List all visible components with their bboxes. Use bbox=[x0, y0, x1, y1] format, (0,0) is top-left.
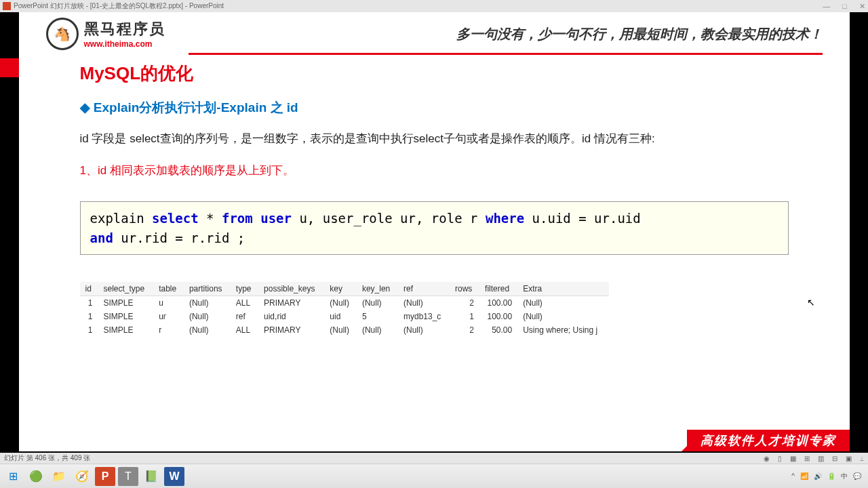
tray-chevron-icon[interactable]: ^ bbox=[791, 472, 795, 480]
slide-header: 🐴 黑马程序员 www.itheima.com 多一句没有，少一句不行，用最短时… bbox=[19, 12, 850, 50]
slide-show-area[interactable]: 🐴 黑马程序员 www.itheima.com 多一句没有，少一句不行，用最短时… bbox=[0, 12, 868, 453]
table-cell: ALL bbox=[231, 323, 258, 337]
table-cell: (Null) bbox=[184, 296, 231, 310]
code-block: explain select * from user u, user_role … bbox=[80, 201, 789, 255]
file-explorer-icon[interactable]: 📁 bbox=[49, 467, 69, 486]
start-button[interactable]: ⊞ bbox=[3, 467, 23, 486]
view-icon[interactable]: ▦ bbox=[790, 455, 796, 462]
slide-content: 🐴 黑马程序员 www.itheima.com 多一句没有，少一句不行，用最短时… bbox=[19, 12, 850, 451]
maximize-button[interactable]: □ bbox=[842, 2, 847, 11]
table-cell: mydb13_c bbox=[398, 310, 450, 323]
view-icon[interactable]: ▥ bbox=[818, 455, 824, 462]
table-header: partitions bbox=[184, 282, 231, 296]
table-cell: uid,rid bbox=[258, 310, 324, 323]
table-row: 1SIMPLEur(Null)refuid,riduid5mydb13_c110… bbox=[80, 310, 609, 323]
table-cell: 2 bbox=[450, 323, 479, 337]
table-header: key bbox=[324, 282, 357, 296]
window-title-bar: PowerPoint 幻灯片放映 - [01-史上最全的SQL教程2.pptx]… bbox=[0, 0, 868, 12]
view-icon[interactable]: ⊞ bbox=[804, 455, 810, 462]
red-note: 1、id 相同表示加载表的顺序是从上到下。 bbox=[80, 161, 789, 182]
table-cell: (Null) bbox=[357, 323, 398, 337]
sub-title: Explain分析执行计划-Explain 之 id bbox=[80, 99, 789, 117]
table-cell: u bbox=[153, 296, 184, 310]
table-cell: 1 bbox=[80, 296, 98, 310]
tray-notification-icon[interactable]: 💬 bbox=[853, 472, 861, 480]
view-icon[interactable]: ▣ bbox=[846, 455, 852, 462]
table-cell: 50.00 bbox=[479, 323, 517, 337]
table-cell: 100.00 bbox=[479, 310, 517, 323]
minimize-button[interactable]: — bbox=[823, 2, 830, 11]
description: id 字段是 select查询的序列号，是一组数字，表示的是查询中执行selec… bbox=[80, 129, 789, 150]
table-cell: uid bbox=[324, 310, 357, 323]
table-cell: (Null) bbox=[324, 323, 357, 337]
table-cell: ref bbox=[231, 310, 258, 323]
logo-url: www.itheima.com bbox=[84, 39, 165, 49]
table-cell: ur bbox=[153, 310, 184, 323]
windows-taskbar[interactable]: ⊞ 🟢 📁 🧭 P T 📗 W ^ 📶 🔊 🔋 中 💬 bbox=[0, 464, 868, 488]
table-cell: (Null) bbox=[517, 310, 608, 323]
table-header: filtered bbox=[479, 282, 517, 296]
table-cell: ALL bbox=[231, 296, 258, 310]
table-cell: r bbox=[153, 323, 184, 337]
main-title: MySQL的优化 bbox=[80, 62, 789, 85]
table-cell: (Null) bbox=[184, 310, 231, 323]
table-cell: (Null) bbox=[398, 323, 450, 337]
tray-wifi-icon[interactable]: 📶 bbox=[800, 472, 808, 480]
table-cell: PRIMARY bbox=[258, 323, 324, 337]
table-cell: Using where; Using j bbox=[517, 323, 608, 337]
word-icon[interactable]: W bbox=[164, 467, 184, 486]
logo-icon: 🐴 bbox=[46, 18, 79, 50]
logo-text-cn: 黑马程序员 bbox=[84, 19, 165, 39]
footer-banner: 高级软件人才培训专家 bbox=[687, 430, 850, 451]
close-button[interactable]: ✕ bbox=[859, 2, 865, 11]
status-bar: 幻灯片 第 406 张，共 409 张 ◉ ▯ ▦ ⊞ ▥ ⊟ ▣ ⟂ bbox=[0, 453, 868, 464]
table-cell: 1 bbox=[80, 310, 98, 323]
slide-counter: 幻灯片 第 406 张，共 409 张 bbox=[4, 453, 90, 463]
powerpoint-taskbar-icon[interactable]: P bbox=[95, 467, 115, 486]
table-header: table bbox=[153, 282, 184, 296]
red-side-tab bbox=[0, 58, 19, 77]
table-row: 1SIMPLEr(Null)ALLPRIMARY(Null)(Null)(Nul… bbox=[80, 323, 609, 337]
view-icon[interactable]: ⟂ bbox=[860, 455, 864, 462]
table-cell: SIMPLE bbox=[98, 310, 153, 323]
system-tray[interactable]: ^ 📶 🔊 🔋 中 💬 bbox=[791, 472, 865, 481]
slide-body: MySQL的优化 Explain分析执行计划-Explain 之 id id 字… bbox=[19, 55, 850, 337]
table-header: ref bbox=[398, 282, 450, 296]
table-header: key_len bbox=[357, 282, 398, 296]
table-cell: (Null) bbox=[184, 323, 231, 337]
table-cell: 2 bbox=[450, 296, 479, 310]
table-cell: PRIMARY bbox=[258, 296, 324, 310]
table-cell: (Null) bbox=[324, 296, 357, 310]
tray-battery-icon[interactable]: 🔋 bbox=[827, 472, 835, 480]
table-cell: 100.00 bbox=[479, 296, 517, 310]
powerpoint-icon bbox=[3, 2, 11, 10]
table-cell: (Null) bbox=[398, 296, 450, 310]
table-cell: (Null) bbox=[517, 296, 608, 310]
view-icon[interactable]: ◉ bbox=[764, 455, 770, 462]
view-icon[interactable]: ▯ bbox=[778, 455, 782, 462]
table-header: type bbox=[231, 282, 258, 296]
table-cell: 1 bbox=[450, 310, 479, 323]
table-cell: 1 bbox=[80, 323, 98, 337]
table-header: select_type bbox=[98, 282, 153, 296]
table-row: 1SIMPLEu(Null)ALLPRIMARY(Null)(Null)(Nul… bbox=[80, 296, 609, 310]
slogan-text: 多一句没有，少一句不行，用最短时间，教会最实用的技术！ bbox=[456, 25, 823, 43]
explain-result-table: idselect_typetablepartitionstypepossible… bbox=[80, 282, 789, 337]
tray-volume-icon[interactable]: 🔊 bbox=[814, 472, 822, 480]
table-cell: SIMPLE bbox=[98, 323, 153, 337]
table-cell: SIMPLE bbox=[98, 296, 153, 310]
table-cell: 5 bbox=[357, 310, 398, 323]
status-view-icons: ◉ ▯ ▦ ⊞ ▥ ⊟ ▣ ⟂ bbox=[764, 455, 864, 462]
window-controls: — □ ✕ bbox=[823, 2, 865, 11]
table-cell: (Null) bbox=[357, 296, 398, 310]
window-title: PowerPoint 幻灯片放映 - [01-史上最全的SQL教程2.pptx]… bbox=[14, 1, 224, 11]
view-icon[interactable]: ⊟ bbox=[832, 455, 837, 462]
text-app-icon[interactable]: T bbox=[118, 467, 138, 486]
tray-ime-icon[interactable]: 中 bbox=[841, 472, 848, 481]
table-header: possible_keys bbox=[258, 282, 324, 296]
browser-icon[interactable]: 🧭 bbox=[72, 467, 92, 486]
logo-block: 🐴 黑马程序员 www.itheima.com bbox=[46, 18, 165, 50]
table-header: id bbox=[80, 282, 98, 296]
app-icon[interactable]: 📗 bbox=[141, 467, 161, 486]
chrome-icon[interactable]: 🟢 bbox=[26, 467, 46, 486]
